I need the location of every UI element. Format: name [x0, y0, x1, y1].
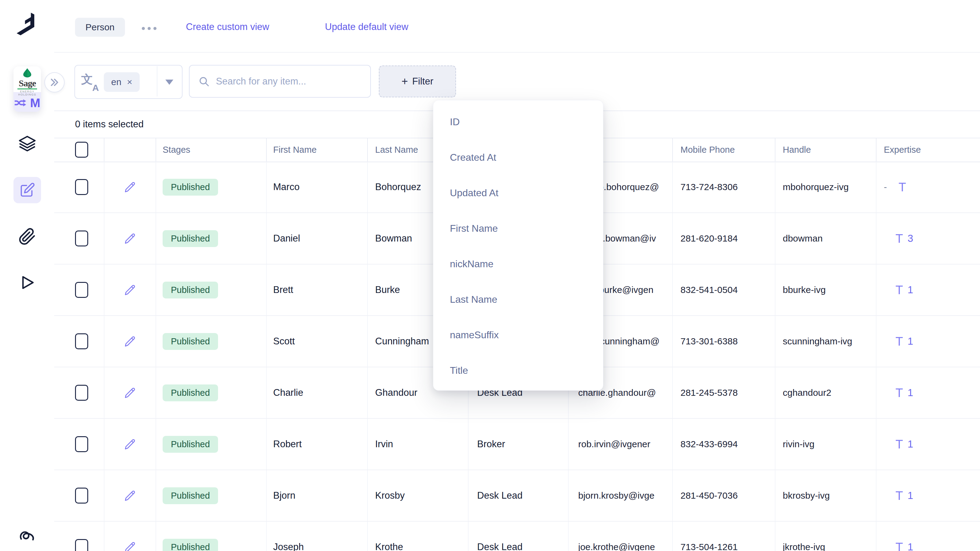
expertise-chip[interactable]: T 1: [896, 438, 913, 450]
sidebar-item-run[interactable]: [0, 274, 54, 291]
language-chip[interactable]: en ×: [104, 72, 140, 92]
expertise-chip[interactable]: T: [899, 181, 910, 193]
update-default-view-link[interactable]: Update default view: [325, 21, 408, 32]
cell-handle: bkrosby-ivg: [775, 470, 877, 521]
search-input[interactable]: [215, 76, 367, 87]
table-row[interactable]: Published Joseph Krothe Desk Lead joe.kr…: [54, 522, 980, 551]
expertise-chip[interactable]: T 3: [896, 232, 913, 245]
expertise-count: 1: [907, 541, 913, 551]
sidebar-expand-button[interactable]: [45, 72, 65, 92]
edit-row-button[interactable]: [123, 437, 137, 451]
cell-stage: Published: [156, 367, 267, 418]
row-checkbox[interactable]: [75, 230, 88, 246]
edit-row-button[interactable]: [123, 386, 137, 400]
sidebar-item-layers[interactable]: [0, 135, 54, 154]
sidebar-item-content-active[interactable]: [13, 177, 41, 203]
edit-row-button[interactable]: [123, 232, 137, 245]
workspace-tile[interactable]: Sage ENERGY HOLDINGS M: [13, 67, 41, 112]
stage-badge: Published: [162, 487, 218, 504]
edit-row-button[interactable]: [123, 335, 137, 348]
expertise-chip[interactable]: T 1: [896, 284, 913, 296]
cell-handle: mbohorquez-ivg: [775, 162, 877, 213]
dropdown-menu-item[interactable]: ID: [433, 104, 603, 140]
cell-mobile-phone: 713-301-6388: [673, 316, 775, 367]
cell-stage: Published: [156, 162, 267, 213]
sidebar-item-attachments[interactable]: [0, 226, 54, 247]
entity-tab-person[interactable]: Person: [75, 18, 125, 37]
row-checkbox[interactable]: [75, 385, 88, 401]
create-custom-view-link[interactable]: Create custom view: [186, 21, 269, 32]
row-checkbox[interactable]: [75, 179, 88, 195]
stage-badge: Published: [162, 282, 218, 299]
cell-handle: rivin-ivg: [775, 419, 877, 470]
header-edit: [105, 138, 156, 162]
cell-email: bjorn.krosby@ivge: [569, 470, 673, 521]
stage-badge: Published: [162, 230, 218, 247]
stage-badge: Published: [162, 333, 218, 350]
header-stages[interactable]: Stages: [156, 138, 267, 162]
expertise-count: 3: [907, 233, 913, 244]
edit-row-button[interactable]: [123, 180, 137, 194]
expertise-chip[interactable]: T 1: [896, 335, 913, 348]
row-checkbox[interactable]: [75, 436, 88, 452]
cell-first-name: Scott: [267, 316, 368, 367]
header-handle[interactable]: Handle: [775, 138, 877, 162]
cell-mobile-phone: 281-245-5378: [673, 367, 775, 418]
row-checkbox[interactable]: [75, 282, 88, 298]
expertise-chip[interactable]: T 1: [896, 387, 913, 399]
table-row[interactable]: Published Bjorn Krosby Desk Lead bjorn.k…: [54, 470, 980, 522]
edit-row-button[interactable]: [123, 489, 137, 502]
header-mobile-phone[interactable]: Mobile Phone: [673, 138, 775, 162]
layers-icon: [18, 135, 37, 154]
workspace-logo: Sage ENERGY HOLDINGS: [13, 67, 41, 92]
sidebar-item-integrations[interactable]: [0, 526, 54, 544]
cell-first-name: Charlie: [267, 367, 368, 418]
edit-row-button[interactable]: [123, 540, 137, 551]
cell-edit: [105, 367, 156, 418]
row-checkbox[interactable]: [75, 539, 88, 551]
header-expertise[interactable]: Expertise: [877, 138, 980, 162]
chevron-down-icon[interactable]: [165, 79, 173, 85]
more-options-button[interactable]: [139, 24, 159, 32]
cell-edit: [105, 162, 156, 213]
dropdown-menu-item[interactable]: Created At: [433, 140, 603, 175]
language-selector[interactable]: 文A en ×: [75, 65, 183, 99]
header-select-all: [54, 138, 105, 162]
dropdown-menu-item[interactable]: nameSuffix: [433, 317, 603, 353]
selection-status: 0 items selected: [75, 119, 144, 130]
edit-square-icon: [19, 182, 35, 198]
cell-first-name: Joseph: [267, 522, 368, 551]
filter-button-label: Filter: [412, 76, 433, 87]
cell-select: [54, 522, 105, 551]
cell-mobile-phone: 713-724-8306: [673, 162, 775, 213]
add-filter-button[interactable]: + Filter: [379, 65, 456, 97]
header-first-name[interactable]: First Name: [267, 138, 368, 162]
dropdown-menu-item[interactable]: Title: [433, 353, 603, 388]
expertise-count: 1: [907, 387, 913, 399]
pencil-icon: [123, 437, 137, 451]
table-row[interactable]: Published Robert Irvin Broker rob.irvin@…: [54, 419, 980, 470]
select-all-checkbox[interactable]: [75, 142, 88, 158]
search-box[interactable]: [189, 65, 371, 98]
cell-stage: Published: [156, 213, 267, 264]
workspace-badge-letter: M: [30, 97, 40, 109]
expertise-chip[interactable]: T 1: [896, 541, 913, 551]
dropdown-menu-item[interactable]: Updated At: [433, 175, 603, 211]
cell-select: [54, 213, 105, 264]
edit-row-button[interactable]: [123, 283, 137, 297]
expertise-chip[interactable]: T 1: [896, 489, 913, 502]
ellipsis-icon: [148, 27, 151, 30]
dropdown-menu-item[interactable]: Last Name: [433, 282, 603, 317]
expertise-count: 1: [907, 335, 913, 347]
cell-expertise: - T 3: [877, 213, 980, 264]
remove-language-icon[interactable]: ×: [127, 77, 132, 87]
row-checkbox[interactable]: [75, 333, 88, 349]
plus-icon: +: [401, 76, 408, 87]
cell-expertise: - T: [877, 162, 980, 213]
row-checkbox[interactable]: [75, 487, 88, 503]
empty-value: -: [884, 182, 887, 192]
cell-email: rob.irvin@ivgener: [569, 419, 673, 470]
dropdown-menu-item[interactable]: First Name: [433, 211, 603, 246]
cell-title: Desk Lead: [469, 470, 569, 521]
dropdown-menu-item[interactable]: nickName: [433, 246, 603, 282]
